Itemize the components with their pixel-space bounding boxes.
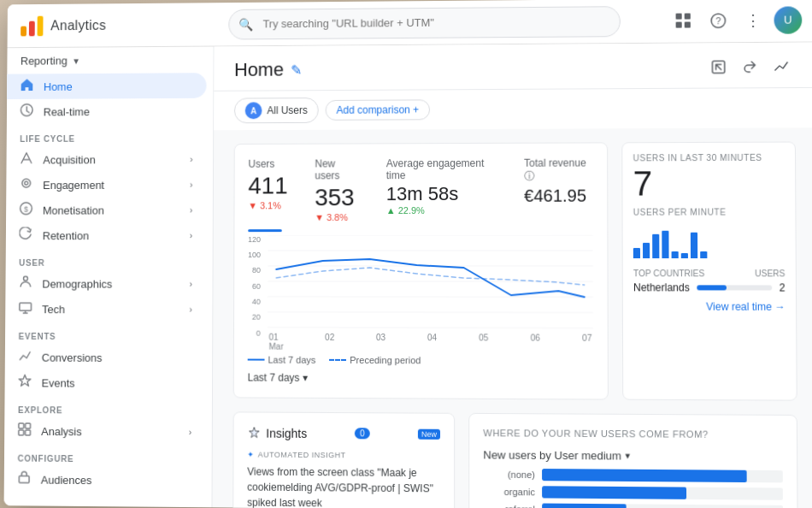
search-input[interactable] xyxy=(228,6,621,39)
stats-numbers: Users 411 ▼ 3.1% New users 353 ▼ 3.8% Av… xyxy=(248,157,593,222)
sidebar-item-demographics[interactable]: Demographics › xyxy=(5,271,205,297)
svg-rect-17 xyxy=(26,423,31,428)
tech-expand-icon: › xyxy=(189,304,191,314)
page-title-row: Home ✎ xyxy=(234,59,302,81)
svg-rect-2 xyxy=(38,15,44,36)
country-bar-fill xyxy=(697,285,727,290)
country-bar-track xyxy=(697,285,773,290)
acquisition-icon xyxy=(20,151,33,168)
add-comparison-button[interactable]: Add comparison + xyxy=(326,99,430,120)
events-section-label: EVENTS xyxy=(5,322,212,345)
hbar-track-organic xyxy=(542,486,783,500)
realtime-card: USERS IN LAST 30 MINUTES 7 USERS PER MIN… xyxy=(621,142,797,401)
demographics-icon xyxy=(19,275,32,292)
users-source-title: WHERE DO YOUR NEW USERS COME FROM? xyxy=(483,428,782,440)
reporting-row[interactable]: Reporting ▾ xyxy=(7,47,213,74)
revenue-value: €461.95 xyxy=(524,186,593,206)
stats-row: Users 411 ▼ 3.1% New users 353 ▼ 3.8% Av… xyxy=(233,142,797,401)
sidebar-item-realtime[interactable]: Real-time xyxy=(7,98,207,125)
tech-icon xyxy=(19,300,32,317)
events-icon xyxy=(18,374,32,391)
insights-header: Insights 0 New xyxy=(247,426,440,440)
app-window: Analytics 🔍 ? ⋮ U xyxy=(4,0,812,508)
stats-main-card: Users 411 ▼ 3.1% New users 353 ▼ 3.8% Av… xyxy=(233,142,609,399)
svg-rect-16 xyxy=(19,423,24,428)
engagement-value: 13m 58s xyxy=(386,183,497,206)
stat-revenue: Total revenue ⓘ €461.95 xyxy=(524,157,593,222)
insights-title: Insights xyxy=(266,426,307,440)
view-realtime-link[interactable]: View real time → xyxy=(633,300,786,312)
app-title: Analytics xyxy=(50,18,106,33)
svg-text:?: ? xyxy=(715,15,721,26)
country-name: Netherlands xyxy=(633,281,690,293)
svg-rect-18 xyxy=(19,430,24,435)
sidebar-item-analysis[interactable]: Analysis › xyxy=(4,418,205,445)
chart-title-arrow[interactable]: ▾ xyxy=(625,450,630,461)
analysis-expand-icon: › xyxy=(189,428,191,437)
page-edit-icon[interactable]: ✎ xyxy=(291,62,302,78)
insights-icon xyxy=(247,426,261,440)
users-value: 411 xyxy=(248,172,287,200)
new-users-value: 353 xyxy=(315,183,359,212)
hbar-label-referral: referral xyxy=(483,504,535,508)
date-filter[interactable]: Last 7 days ▾ xyxy=(248,371,594,385)
main-layout: Reporting ▾ Home Real-time LIFE CYCLE xyxy=(4,42,812,508)
insights-count-badge: 0 xyxy=(355,428,370,439)
sidebar-item-engagement[interactable]: Engagement › xyxy=(6,172,206,198)
svg-rect-0 xyxy=(21,26,26,36)
sidebar-item-events[interactable]: Events xyxy=(5,369,206,396)
analytics-logo xyxy=(21,15,44,36)
engagement-label: Average engagement time xyxy=(386,157,497,181)
hbar-label-organic: organic xyxy=(483,486,535,497)
audiences-label: Audiences xyxy=(41,473,92,486)
users-source-chart-title: New users by User medium ▾ xyxy=(483,448,782,464)
export-icon-button[interactable] xyxy=(736,53,764,80)
explore-section-label: EXPLORE xyxy=(4,395,212,419)
filter-row: A All Users Add comparison + xyxy=(214,88,812,130)
home-label: Home xyxy=(44,80,73,92)
events-label: Events xyxy=(42,376,75,389)
grid-icon-button[interactable] xyxy=(669,7,697,34)
more-options-button[interactable]: ⋮ xyxy=(739,6,768,33)
analysis-label: Analysis xyxy=(41,425,82,438)
hbar-label-none: (none) xyxy=(483,469,535,480)
svg-rect-1 xyxy=(29,21,35,36)
top-countries-section: TOP COUNTRIES USERS Netherlands 2 xyxy=(633,269,786,293)
bottom-row: Insights 0 New ✦ AUTOMATED INSIGHT Views… xyxy=(232,411,798,508)
sidebar-item-retention[interactable]: Retention › xyxy=(6,222,206,248)
legend-solid: Last 7 days xyxy=(248,354,316,364)
chart-title-text: New users by User medium xyxy=(483,448,621,462)
users-change: ▼ 3.1% xyxy=(248,200,287,210)
rt-bar-2 xyxy=(643,243,650,258)
rt-bar-5 xyxy=(672,251,679,258)
user-badge-dot: A xyxy=(245,102,262,119)
sidebar-item-monetisation[interactable]: $ Monetisation › xyxy=(6,198,206,223)
sidebar-item-acquisition[interactable]: Acquisition › xyxy=(6,146,206,172)
trend-icon-button[interactable] xyxy=(768,53,796,80)
sidebar-item-conversions[interactable]: Conversions xyxy=(5,345,206,371)
sidebar-item-home[interactable]: Home xyxy=(7,73,207,99)
share-icon-button[interactable] xyxy=(704,53,733,80)
hbar-track-none xyxy=(542,469,783,482)
svg-point-11 xyxy=(25,181,28,185)
svg-line-26 xyxy=(268,296,593,297)
logo-area: Analytics xyxy=(21,15,204,36)
sidebar-item-tech[interactable]: Tech › xyxy=(5,296,205,322)
hbar-row-referral: referral xyxy=(483,503,783,508)
all-users-badge[interactable]: A All Users xyxy=(234,97,319,123)
reporting-label: Reporting xyxy=(21,55,68,68)
acquisition-label: Acquisition xyxy=(43,153,95,166)
sidebar-item-audiences[interactable]: Audiences xyxy=(4,466,205,493)
search-icon: 🔍 xyxy=(238,17,253,31)
hbar-row-none: (none) xyxy=(483,468,782,482)
help-icon-button[interactable]: ? xyxy=(704,7,733,34)
avatar[interactable]: U xyxy=(774,6,802,33)
rt-bar-3 xyxy=(652,234,659,258)
auto-insight-label: ✦ AUTOMATED INSIGHT xyxy=(247,450,440,460)
insight-text: Views from the screen class "Maak je coo… xyxy=(247,464,440,508)
legend-solid-label: Last 7 days xyxy=(268,354,315,364)
realtime-value: 7 xyxy=(633,166,785,201)
retention-expand-icon: › xyxy=(190,231,192,240)
svg-rect-5 xyxy=(676,21,682,27)
country-row-netherlands: Netherlands 2 xyxy=(633,281,786,293)
